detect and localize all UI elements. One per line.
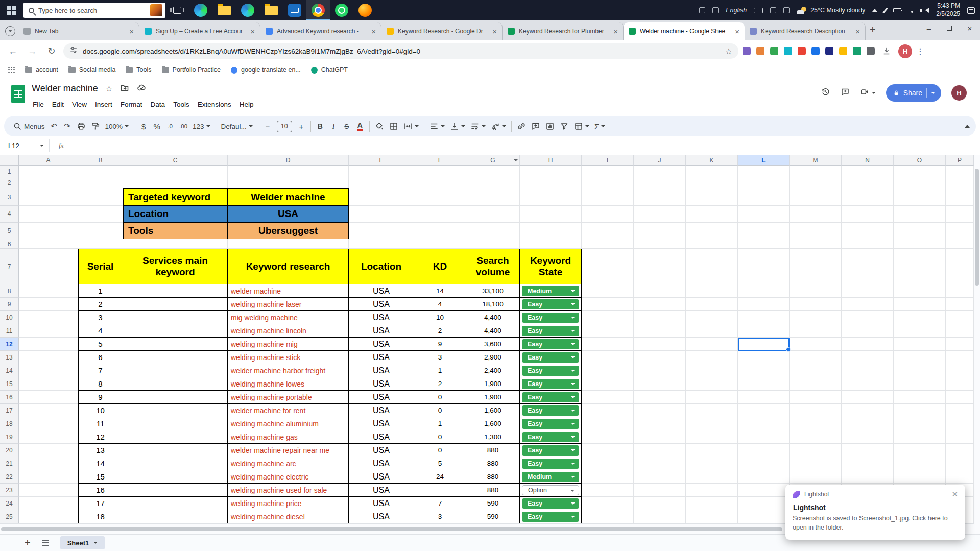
browser-tab[interactable]: Sign Up – Create a Free Accoun× xyxy=(139,22,260,40)
browser-tab[interactable]: New Tab× xyxy=(18,22,139,40)
reload-button[interactable]: ↻ xyxy=(44,43,59,59)
service-cell[interactable] xyxy=(123,497,228,510)
location-cell[interactable]: USA xyxy=(349,497,414,510)
selected-cell-L12[interactable] xyxy=(738,338,790,351)
strikethrough-button[interactable]: S xyxy=(340,119,353,133)
location-cell[interactable]: USA xyxy=(349,391,414,404)
vertical-align-button[interactable] xyxy=(447,119,468,133)
keyword-state-dropdown[interactable]: Easy xyxy=(522,313,579,323)
service-cell[interactable] xyxy=(123,391,228,404)
extension-icon-8[interactable] xyxy=(839,47,847,55)
table-views-button[interactable] xyxy=(571,119,592,133)
info-value-1[interactable]: Welder machine xyxy=(228,188,349,206)
row-header-2[interactable]: 2 xyxy=(0,177,19,188)
extension-icon-6[interactable] xyxy=(811,47,820,55)
service-cell[interactable] xyxy=(123,484,228,497)
serial-cell-17[interactable]: 17 xyxy=(78,497,123,510)
keyword-state-dropdown[interactable]: Easy xyxy=(522,366,579,376)
tab-close-icon[interactable]: × xyxy=(613,28,618,35)
insert-link-button[interactable] xyxy=(514,119,529,133)
volume-cell[interactable]: 590 xyxy=(466,497,520,510)
row-header-13[interactable]: 13 xyxy=(0,351,19,364)
table-header-1[interactable]: Serial xyxy=(78,249,123,284)
action-center-icon[interactable] xyxy=(967,7,975,14)
row-header-6[interactable]: 6 xyxy=(0,239,19,249)
row-header-9[interactable]: 9 xyxy=(0,298,19,311)
keyword-cell[interactable]: welding machine mig xyxy=(228,338,349,351)
all-sheets-icon[interactable] xyxy=(42,540,49,546)
share-dropdown-icon[interactable] xyxy=(931,92,935,94)
menu-view[interactable]: View xyxy=(68,99,91,110)
menu-help[interactable]: Help xyxy=(235,99,258,110)
column-header-P[interactable]: P xyxy=(946,155,974,166)
extension-icon-7[interactable] xyxy=(825,47,833,55)
browser-profile-avatar[interactable]: H xyxy=(898,44,912,58)
search-highlight-image[interactable] xyxy=(150,4,162,16)
info-label-3[interactable]: Tools xyxy=(123,223,228,239)
volume-cell[interactable]: 1,900 xyxy=(466,377,520,391)
keyword-state-dropdown[interactable]: Easy xyxy=(522,326,579,336)
taskbar-folder[interactable] xyxy=(259,0,283,20)
keyword-cell[interactable]: welding machine aluminium xyxy=(228,417,349,430)
sheet-tab-menu-icon[interactable] xyxy=(93,542,98,544)
bookmark-item[interactable]: ChatGPT xyxy=(311,66,348,74)
row-header-19[interactable]: 19 xyxy=(0,430,19,444)
column-header-M[interactable]: M xyxy=(790,155,842,166)
row-header-14[interactable]: 14 xyxy=(0,364,19,377)
table-header-2[interactable]: Services main keyword xyxy=(123,249,228,284)
tab-close-icon[interactable]: × xyxy=(129,28,134,35)
taskbar-firefox[interactable] xyxy=(353,0,377,20)
font-select[interactable]: Defaul... xyxy=(219,119,255,133)
keyword-state-dropdown[interactable]: Easy xyxy=(522,445,579,456)
serial-cell-6[interactable]: 6 xyxy=(78,351,123,364)
keyword-cell[interactable]: welding machine diesel xyxy=(228,510,349,523)
keyword-state-dropdown[interactable]: Medium xyxy=(522,472,579,482)
location-cell[interactable]: USA xyxy=(349,284,414,298)
row-header-18[interactable]: 18 xyxy=(0,417,19,430)
keyword-cell[interactable]: welding machine lowes xyxy=(228,377,349,391)
volume-cell[interactable]: 590 xyxy=(466,510,520,523)
keyword-state-dropdown[interactable]: Easy xyxy=(522,299,579,309)
tray-icon-3[interactable] xyxy=(770,7,776,13)
serial-cell-12[interactable]: 12 xyxy=(78,430,123,444)
star-icon[interactable]: ☆ xyxy=(106,84,112,93)
horizontal-align-button[interactable] xyxy=(427,119,447,133)
kd-cell[interactable]: 2 xyxy=(414,324,466,338)
keyword-state-dropdown[interactable]: Easy xyxy=(522,432,579,442)
browser-tab[interactable]: Welder machine - Google Shee× xyxy=(624,22,745,40)
row-header-11[interactable]: 11 xyxy=(0,324,19,338)
table-header-7[interactable]: Keyword State xyxy=(520,249,582,284)
insert-comment-button[interactable] xyxy=(529,119,543,133)
borders-button[interactable] xyxy=(387,119,401,133)
serial-cell-1[interactable]: 1 xyxy=(78,284,123,298)
volume-cell[interactable]: 2,400 xyxy=(466,364,520,377)
new-tab-button[interactable]: + xyxy=(870,24,876,36)
column-header-E[interactable]: E xyxy=(349,155,414,166)
bookmark-item[interactable]: account xyxy=(25,66,58,74)
paint-format-button[interactable] xyxy=(88,119,103,133)
column-header-G[interactable]: G xyxy=(466,155,520,166)
location-cell[interactable]: USA xyxy=(349,324,414,338)
keyword-cell[interactable]: welding machine stick xyxy=(228,351,349,364)
maximize-button[interactable] xyxy=(939,20,960,36)
more-formats-button[interactable]: 123 xyxy=(190,119,213,133)
extension-icon-5[interactable] xyxy=(798,47,806,55)
serial-cell-14[interactable]: 14 xyxy=(78,457,123,470)
toolbar-collapse-icon[interactable] xyxy=(965,125,970,128)
touch-keyboard-icon[interactable] xyxy=(754,8,763,13)
extension-icon-3[interactable] xyxy=(770,47,778,55)
service-cell[interactable] xyxy=(123,311,228,324)
row-header-16[interactable]: 16 xyxy=(0,391,19,404)
sheet-tab-sheet1[interactable]: Sheet1 xyxy=(60,536,105,549)
browser-tab[interactable]: Keyword Research Description× xyxy=(745,22,866,40)
location-cell[interactable]: USA xyxy=(349,457,414,470)
bookmark-item[interactable]: Portfolio Practice xyxy=(162,66,221,74)
location-cell[interactable]: USA xyxy=(349,444,414,457)
kd-cell[interactable]: 1 xyxy=(414,364,466,377)
location-cell[interactable]: USA xyxy=(349,338,414,351)
taskbar-whatsapp[interactable] xyxy=(330,0,353,20)
keyword-cell[interactable]: welding machine price xyxy=(228,497,349,510)
column-header-F[interactable]: F xyxy=(414,155,466,166)
kd-cell[interactable]: 5 xyxy=(414,457,466,470)
zoom-select[interactable]: 100% xyxy=(103,119,132,133)
